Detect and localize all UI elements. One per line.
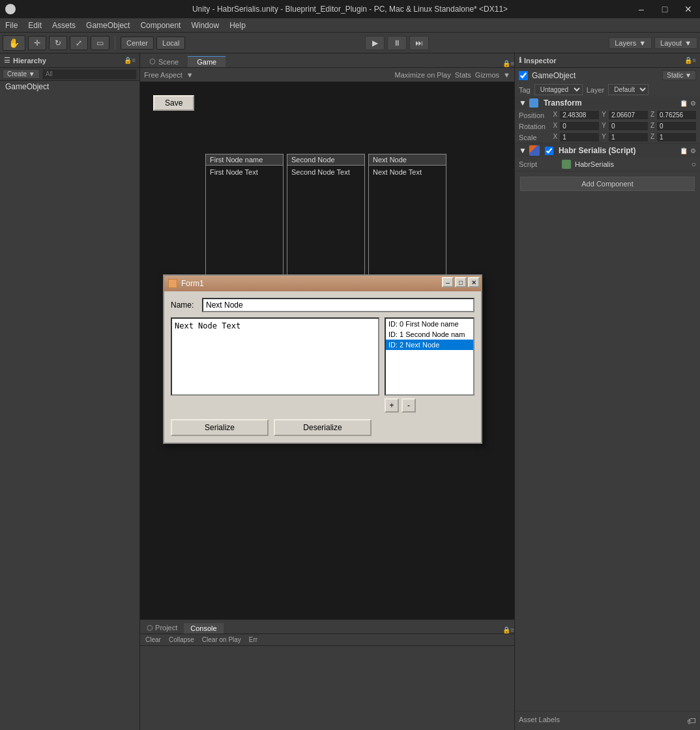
error-pause-button[interactable]: Err [246, 635, 260, 644]
menu-edit[interactable]: Edit [23, 20, 47, 31]
rot-y-input[interactable] [609, 122, 648, 130]
script-link-icon[interactable]: ○ [692, 160, 696, 169]
minimize-button[interactable]: – [630, 0, 653, 18]
text-area[interactable] [171, 317, 379, 396]
title-bar: Unity - HabrSerialis.unity - Blueprint_E… [0, 0, 700, 18]
layer-select[interactable]: Default [608, 84, 649, 95]
form-close-button[interactable]: ✕ [468, 277, 480, 287]
pause-button[interactable]: ⏸ [387, 36, 407, 50]
hierarchy-header: ☰ Hierarchy 🔒 ≡ [0, 53, 139, 68]
play-button[interactable]: ▶ [365, 36, 385, 50]
collapse-button[interactable]: Collapse [166, 635, 197, 644]
node-listbox[interactable]: ID: 0 First Node name ID: 1 Second Node … [385, 317, 474, 396]
position-values: X Y Z [553, 111, 696, 119]
hierarchy-search-input[interactable] [42, 69, 137, 80]
rot-z-label: Z [650, 122, 654, 130]
close-button[interactable]: ✕ [677, 0, 700, 18]
transform-component: ▼ Transform 📋 ⚙ Position X Y Z [515, 96, 700, 143]
hierarchy-collapse-icon: ☰ [4, 56, 10, 65]
pos-z-label: Z [650, 111, 654, 119]
list-item-2[interactable]: ID: 2 Next Node [386, 340, 473, 350]
hand-tool[interactable]: ✋ [3, 35, 25, 51]
name-input[interactable] [202, 298, 474, 312]
scene-lock-icon[interactable]: 🔒 [503, 60, 510, 67]
hierarchy-lock-icon[interactable]: 🔒 [124, 57, 132, 64]
pos-x-input[interactable] [560, 111, 599, 119]
transform-reference-icon[interactable]: 📋 [680, 100, 688, 107]
hierarchy-create-button[interactable]: Create ▼ [3, 69, 40, 79]
static-button[interactable]: Static ▼ [662, 70, 696, 80]
hierarchy-title: Hierarchy [13, 57, 46, 65]
script-row: Script HabrSerialis ○ [515, 158, 700, 171]
asset-labels-icon: 🏷 [687, 716, 696, 726]
menu-gameobject[interactable]: GameObject [81, 20, 135, 31]
layout-label: Layout [660, 39, 682, 47]
rect-tool[interactable]: ▭ [91, 36, 109, 50]
script-title: Habr Serialis (Script) [559, 146, 677, 155]
layout-dropdown[interactable]: Layout ▼ [654, 37, 697, 49]
clear-on-play-button[interactable]: Clear on Play [199, 635, 244, 644]
name-label: Name: [171, 300, 197, 310]
layers-arrow: ▼ [639, 39, 646, 47]
position-label: Position [519, 111, 553, 119]
transform-settings-icon[interactable]: ⚙ [690, 100, 696, 107]
console-toolbar: Clear Collapse Clear on Play Err [140, 634, 514, 646]
menu-component[interactable]: Component [135, 20, 186, 31]
maximize-button[interactable]: □ [653, 0, 677, 18]
inspector-menu-icon[interactable]: ≡ [692, 57, 696, 64]
add-node-button[interactable]: + [385, 398, 399, 413]
local-button[interactable]: Local [156, 36, 185, 50]
form-minimize-button[interactable]: – [442, 277, 454, 287]
scene-tab[interactable]: ⬡ Scene [140, 55, 188, 67]
rotation-row: Rotation X Y Z [515, 121, 700, 132]
form-body: Name: ID: 0 First Node name ID: 1 Sec [164, 291, 481, 443]
pos-z-input[interactable] [657, 111, 696, 119]
script-active-checkbox[interactable] [545, 147, 553, 155]
rot-x-input[interactable] [560, 122, 599, 130]
list-item-1[interactable]: ID: 1 Second Node nam [386, 329, 473, 340]
second-node-header: Second Node [287, 154, 364, 166]
save-button[interactable]: Save [153, 95, 194, 111]
console-tab[interactable]: Console [184, 623, 223, 634]
transform-title: Transform [544, 98, 677, 108]
remove-node-button[interactable]: - [401, 398, 416, 413]
rotate-tool[interactable]: ↻ [49, 36, 67, 50]
rot-z-input[interactable] [657, 122, 696, 130]
step-button[interactable]: ⏭ [409, 36, 429, 50]
tag-select[interactable]: Untagged [534, 84, 583, 95]
scale-x-input[interactable] [560, 133, 599, 141]
list-item-0[interactable]: ID: 0 First Node name [386, 319, 473, 329]
menu-window[interactable]: Window [186, 20, 224, 31]
gameobject-active-checkbox[interactable] [519, 71, 528, 80]
free-aspect-label: Free Aspect [144, 71, 182, 79]
center-button[interactable]: Center [121, 36, 154, 50]
menu-file[interactable]: File [0, 20, 23, 31]
menu-assets[interactable]: Assets [47, 20, 81, 31]
console-lock-icon[interactable]: 🔒 [503, 626, 510, 634]
scale-tool[interactable]: ⤢ [70, 36, 88, 50]
scene-toolbar: Free Aspect ▼ Maximize on Play Stats Giz… [140, 68, 514, 82]
form-maximize-button[interactable]: □ [455, 277, 467, 287]
hierarchy-menu-icon[interactable]: ≡ [132, 57, 136, 64]
content-area: ID: 0 First Node name ID: 1 Second Node … [171, 317, 474, 413]
deserialize-button[interactable]: Deserialize [274, 419, 372, 436]
pos-y-input[interactable] [609, 111, 648, 119]
serialize-button[interactable]: Serialize [171, 419, 269, 436]
hierarchy-gameobject-item[interactable]: GameObject [0, 81, 139, 93]
layers-dropdown[interactable]: Layers ▼ [609, 37, 652, 49]
scale-z-input[interactable] [657, 133, 696, 141]
script-settings-icon[interactable]: ⚙ [690, 147, 696, 154]
script-component-header[interactable]: ▼ Habr Serialis (Script) 📋 ⚙ [515, 143, 700, 158]
editor-tabs: ⬡ Scene Game 🔒 ≡ [140, 53, 514, 68]
clear-button[interactable]: Clear [143, 635, 164, 644]
add-component-button[interactable]: Add Component [520, 177, 695, 191]
transform-header[interactable]: ▼ Transform 📋 ⚙ [515, 96, 700, 110]
menu-help[interactable]: Help [224, 20, 251, 31]
script-reference-icon[interactable]: 📋 [680, 147, 688, 154]
window-title: Unity - HabrSerialis.unity - Blueprint_E… [192, 5, 508, 14]
project-tab[interactable]: ⬡ Project [140, 622, 184, 634]
game-tab[interactable]: Game [188, 56, 226, 67]
scale-y-input[interactable] [609, 133, 648, 141]
move-tool[interactable]: ✛ [28, 36, 46, 50]
inspector-lock-icon[interactable]: 🔒 [684, 57, 692, 64]
